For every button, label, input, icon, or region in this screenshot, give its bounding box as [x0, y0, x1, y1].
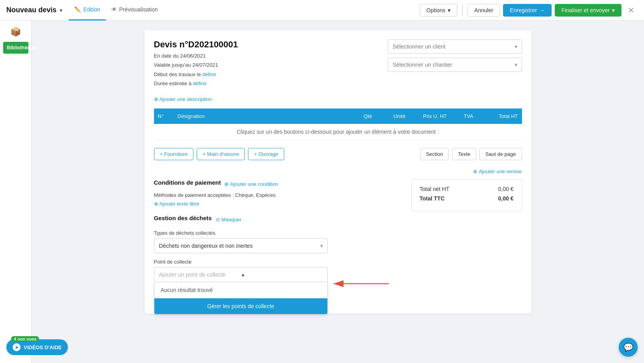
topbar: Nouveau devis ▾ ✏️ Edition 👁 Prévisualis… — [0, 0, 644, 21]
videos-badge: 4 non vues — [11, 336, 39, 342]
add-fourniture-button[interactable]: + Fourniture — [154, 148, 193, 160]
client-select[interactable]: Sélectionner un client — [388, 39, 522, 54]
collecte-wrapper: Ajouter un point de collecte ▲ Aucun rés… — [154, 267, 328, 282]
col-num: N° — [154, 109, 174, 124]
add-remise-link[interactable]: Ajouter une remise — [473, 168, 522, 174]
add-ouvrage-button[interactable]: + Ouvrage — [248, 148, 284, 160]
manage-collecte-button[interactable]: Gérer les points de collecte — [154, 298, 327, 314]
items-table: N° Désignation Qté Unité Prix U. HT TVA … — [154, 109, 522, 140]
collecte-dropdown-menu: Aucun résultat trouvé Gérer les points d… — [154, 282, 328, 314]
document-title: Devis n°D202100001 — [154, 39, 238, 50]
chantier-select-wrapper: Sélectionner un chantier — [388, 58, 522, 72]
add-free-text-link[interactable]: Ajouter texte libre — [154, 201, 199, 207]
save-button[interactable]: Enregistrer → — [503, 4, 551, 17]
document-info: Devis n°D202100001 En date du 24/06/2021… — [154, 39, 238, 88]
payment-section: Conditions de paiement Ajouter une condi… — [154, 179, 402, 282]
table-empty-message: Cliquez sur un des boutons ci-dessous po… — [237, 129, 439, 135]
col-prix: Prix U. HT — [415, 109, 455, 124]
doc-duration-link[interactable]: définir — [193, 80, 207, 86]
texte-button[interactable]: Texte — [452, 148, 476, 160]
chevron-down-icon: ▾ — [448, 7, 451, 13]
topbar-actions: Options ▾ Annuler Enregistrer → Finalise… — [420, 4, 638, 17]
dechets-title: Gestion des déchets — [154, 215, 212, 221]
chevron-down-icon[interactable]: ▾ — [60, 7, 62, 13]
videos-aide-button[interactable]: 4 non vues VIDÉOS D'AIDE — [6, 339, 68, 355]
chevron-up-icon: ▲ — [241, 272, 323, 277]
doc-duration: Durée estimée à définir — [154, 79, 238, 88]
action-buttons: + Fourniture + Main d'oeuvre + Ouvrage S… — [154, 148, 522, 160]
add-description-link[interactable]: Ajouter une description — [154, 96, 522, 102]
total-net-ht-value: 0,00 € — [498, 186, 514, 192]
col-total: Total HT — [483, 109, 522, 124]
tab-edition-label: Edition — [83, 6, 100, 13]
doc-selects: Sélectionner un client Sélectionner un c… — [388, 39, 522, 72]
edit-icon: ✏️ — [74, 6, 81, 13]
collecte-label: Point de collecte — [154, 259, 402, 265]
client-select-wrapper: Sélectionner un client — [388, 39, 522, 54]
collecte-placeholder: Ajouter un point de collecte — [159, 271, 241, 278]
chantier-select[interactable]: Sélectionner un chantier — [388, 58, 522, 72]
cancel-button[interactable]: Annuler — [468, 4, 500, 17]
doc-start-link[interactable]: définir — [202, 71, 216, 77]
add-main-oeuvre-button[interactable]: + Main d'oeuvre — [197, 148, 245, 160]
doc-date: En date du 24/06/2021 — [154, 51, 238, 60]
remise-row: Ajouter une remise — [154, 168, 522, 174]
topbar-title: Nouveau devis — [6, 6, 56, 14]
play-icon — [13, 343, 21, 351]
masquer-link[interactable]: Masquer — [216, 217, 241, 223]
total-net-ht-label: Total net HT — [420, 186, 449, 192]
document-meta: En date du 24/06/2021 Valable jusqu'au 2… — [154, 51, 238, 88]
types-dropdown-wrapper: Déchets non dangereux et non inertes — [154, 238, 328, 253]
chevron-down-icon: ▾ — [612, 7, 615, 13]
chat-icon: 💬 — [623, 342, 633, 352]
table-head: N° Désignation Qté Unité Prix U. HT TVA … — [154, 109, 522, 124]
chat-button[interactable]: 💬 — [619, 338, 638, 357]
dechets-section: Gestion des déchets Masquer Types de déc… — [154, 215, 402, 282]
finalize-button[interactable]: Finaliser et envoyer ▾ — [555, 4, 621, 17]
main-content: Devis n°D202100001 En date du 24/06/2021… — [32, 21, 644, 363]
total-ttc-row: Total TTC 0,00 € — [420, 195, 514, 202]
payment-title: Conditions de paiement — [154, 179, 221, 186]
tab-preview-label: Prévisualisation — [119, 6, 158, 13]
total-ttc-label: Total TTC — [420, 195, 445, 202]
doc-valid: Valable jusqu'au 24/07/2021 — [154, 60, 238, 69]
close-button[interactable]: ✕ — [625, 4, 638, 17]
tab-preview[interactable]: 👁 Prévisualisation — [106, 0, 163, 21]
payment-methods: Méthodes de paiement acceptées : Chèque,… — [154, 192, 402, 198]
bottom-section: Conditions de paiement Ajouter une condi… — [154, 179, 522, 282]
save-icon: → — [539, 7, 545, 13]
totals-box: Total net HT 0,00 € Total TTC 0,00 € — [411, 179, 522, 211]
col-tva: TVA — [455, 109, 483, 124]
col-qty: Qté — [352, 109, 384, 124]
tab-edition[interactable]: ✏️ Edition — [69, 0, 106, 21]
videos-label: VIDÉOS D'AIDE — [24, 344, 62, 350]
package-icon[interactable]: 📦 — [10, 27, 21, 37]
document-header: Devis n°D202100001 En date du 24/06/2021… — [154, 39, 522, 88]
total-ttc-value: 0,00 € — [498, 195, 514, 202]
section-button[interactable]: Section — [420, 148, 449, 160]
collecte-input[interactable]: Ajouter un point de collecte ▲ — [154, 267, 328, 282]
add-condition-link[interactable]: Ajouter une condition — [224, 181, 278, 187]
types-select[interactable]: Déchets non dangereux et non inertes — [154, 238, 328, 253]
collecte-container: Ajouter un point de collecte ▲ Aucun rés… — [154, 267, 328, 282]
no-result-item: Aucun résultat trouvé — [154, 282, 327, 298]
document-card: Devis n°D202100001 En date du 24/06/2021… — [145, 30, 531, 314]
options-button[interactable]: Options ▾ — [420, 4, 457, 17]
library-button[interactable]: Bibliothèques — [3, 42, 28, 54]
red-arrow-indicator — [330, 276, 393, 292]
sidebar: 📦 Bibliothèques — [0, 21, 32, 363]
col-designation: Désignation — [174, 109, 352, 124]
eye-icon: 👁 — [111, 6, 117, 13]
total-net-ht-row: Total net HT 0,00 € — [420, 186, 514, 192]
table-header-row: N° Désignation Qté Unité Prix U. HT TVA … — [154, 109, 522, 124]
table-empty-row: Cliquez sur un des boutons ci-dessous po… — [154, 124, 522, 140]
types-label: Types de déchets collectés — [154, 230, 402, 236]
doc-start: Début des travaux le définir — [154, 70, 238, 79]
col-unite: Unité — [384, 109, 415, 124]
saut-button[interactable]: Saut de page — [479, 148, 522, 160]
